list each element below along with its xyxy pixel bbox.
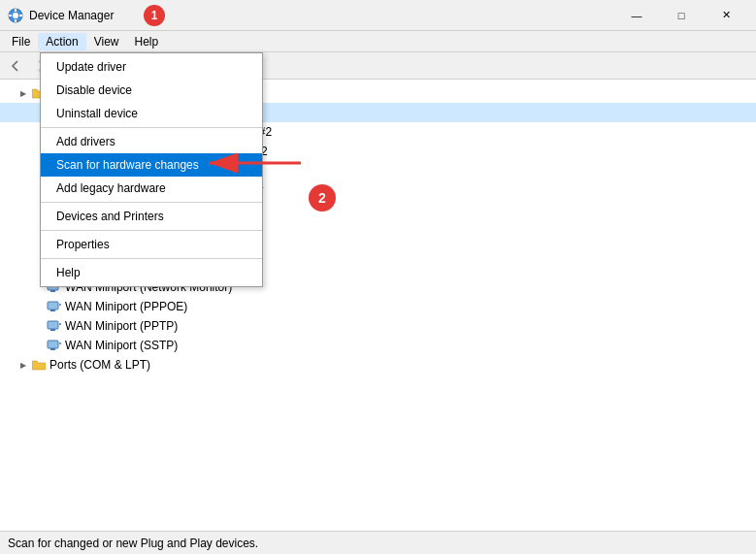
svg-rect-41 xyxy=(50,329,55,331)
network-adapter-icon xyxy=(47,338,62,353)
menu-add-legacy[interactable]: Add legacy hardware xyxy=(41,177,262,200)
menu-view[interactable]: View xyxy=(86,33,127,50)
svg-rect-4 xyxy=(9,15,12,16)
window-controls[interactable]: — □ ✕ xyxy=(614,0,748,31)
svg-rect-38 xyxy=(50,310,55,311)
svg-rect-2 xyxy=(15,9,16,12)
svg-rect-44 xyxy=(50,348,55,350)
tree-item[interactable]: WAN Miniport (PPPOE) xyxy=(0,297,756,316)
network-adapter-icon xyxy=(47,318,62,334)
action-dropdown-menu: Update driver Disable device Uninstall d… xyxy=(40,52,263,287)
tree-item[interactable]: WAN Miniport (SSTP) xyxy=(0,336,756,355)
tree-item-label: WAN Miniport (PPPOE) xyxy=(65,300,187,313)
tree-item[interactable]: WAN Miniport (PPTP) xyxy=(0,316,756,336)
step1-badge: 1 xyxy=(144,5,165,26)
tree-item-label: WAN Miniport (SSTP) xyxy=(65,339,178,352)
menu-disable-device[interactable]: Disable device xyxy=(41,79,262,102)
menu-file[interactable]: File xyxy=(4,33,38,50)
svg-rect-5 xyxy=(19,15,22,16)
back-button[interactable] xyxy=(4,55,27,77)
network-adapter-icon xyxy=(47,299,62,314)
close-button[interactable]: ✕ xyxy=(704,0,748,31)
menu-scan-hardware[interactable]: Scan for hardware changes xyxy=(41,153,262,177)
svg-rect-35 xyxy=(50,290,55,292)
dropdown-sep2 xyxy=(41,202,262,203)
menu-help[interactable]: Help xyxy=(127,33,167,50)
maximize-button[interactable]: □ xyxy=(659,0,704,31)
svg-rect-43 xyxy=(48,341,58,348)
menu-update-driver[interactable]: Update driver xyxy=(41,55,262,79)
expand-icon: ▶ xyxy=(16,357,31,373)
menu-bar: File Action View Help xyxy=(0,31,756,52)
menu-properties[interactable]: Properties xyxy=(41,233,262,256)
minimize-button[interactable]: — xyxy=(614,0,659,31)
svg-rect-3 xyxy=(15,19,16,22)
svg-rect-37 xyxy=(48,302,58,310)
tree-item-label: WAN Miniport (PPTP) xyxy=(65,319,178,333)
status-text: Scan for changed or new Plug and Play de… xyxy=(8,537,258,550)
dropdown-sep3 xyxy=(41,230,262,231)
status-bar: Scan for changed or new Plug and Play de… xyxy=(0,531,756,554)
app-icon xyxy=(8,8,23,23)
dropdown-sep4 xyxy=(41,258,262,259)
folder-icon xyxy=(31,357,47,373)
menu-action[interactable]: Action xyxy=(38,33,85,50)
tree-item-label: Ports (COM & LPT) xyxy=(49,358,150,372)
expand-icon: ▶ xyxy=(16,85,31,101)
expand-icon xyxy=(31,299,47,314)
menu-add-drivers[interactable]: Add drivers xyxy=(41,130,262,153)
window-title: Device Manager xyxy=(29,9,614,22)
title-bar: 1 Device Manager — □ ✕ xyxy=(0,0,756,31)
expand-icon xyxy=(31,318,47,334)
dropdown-sep1 xyxy=(41,127,262,128)
tree-item[interactable]: ▶ Ports (COM & LPT) xyxy=(0,355,756,375)
menu-help[interactable]: Help xyxy=(41,261,262,284)
menu-devices-printers[interactable]: Devices and Printers xyxy=(41,205,262,228)
svg-point-1 xyxy=(13,13,18,18)
svg-rect-40 xyxy=(48,321,58,329)
menu-uninstall-device[interactable]: Uninstall device xyxy=(41,102,262,125)
expand-icon xyxy=(31,338,47,353)
